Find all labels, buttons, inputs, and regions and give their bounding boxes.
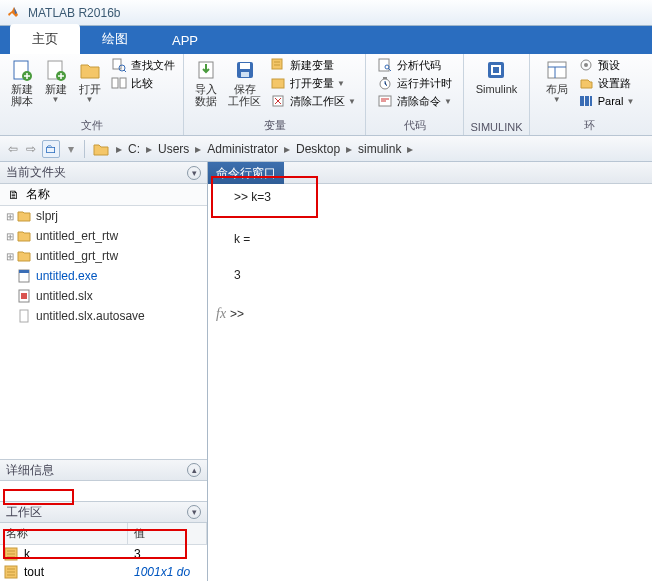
gear-icon (578, 57, 594, 73)
save-icon (233, 58, 257, 82)
forward-button[interactable]: ⇨ (22, 140, 40, 158)
folder-icon (16, 228, 32, 244)
ws-name-header[interactable]: 名称 (0, 523, 128, 544)
fx-icon[interactable]: fx (216, 306, 226, 321)
chevron-down-icon: ▼ (52, 95, 60, 104)
run-time-button[interactable]: 运行并计时 (373, 74, 456, 92)
new-script-icon (10, 58, 34, 82)
command-window-header: 命令行窗口 (208, 162, 284, 184)
file-row[interactable]: ⊞slprj (0, 206, 207, 226)
exe-icon (16, 268, 32, 284)
command-window-panel: 命令行窗口 >> k=3 k = 3 fx>> (208, 162, 652, 581)
svg-rect-4 (113, 59, 121, 69)
panel-collapse-button[interactable]: ▴ (187, 463, 201, 477)
breadcrumb: ▸ C:▸ Users▸ Administrator▸ Desktop▸ sim… (113, 142, 416, 156)
new-button[interactable]: 新建 ▼ (39, 56, 73, 106)
cmd-input-line: >> k=3 (216, 188, 644, 206)
crumb-admin[interactable]: Administrator (204, 142, 281, 156)
chevron-down-icon: ▼ (86, 95, 94, 104)
svg-rect-30 (19, 270, 29, 273)
parallel-button[interactable]: Paral▼ (574, 92, 639, 110)
new-icon (44, 58, 68, 82)
svg-rect-26 (580, 96, 584, 106)
analyze-icon (377, 57, 393, 73)
left-sidebar: 当前文件夹 ▾ 🗎 名称 ⊞slprj ⊞untitled_ert_rtw ⊞u… (0, 162, 208, 581)
crumb-drive[interactable]: C: (125, 142, 143, 156)
clear-workspace-button[interactable]: 清除工作区▼ (266, 92, 360, 110)
setpath-button[interactable]: 设置路 (574, 74, 639, 92)
cmd-prompt: >> (230, 307, 244, 321)
layout-button[interactable]: 布局 ▼ (540, 56, 574, 106)
new-script-button[interactable]: 新建 脚本 (5, 56, 39, 109)
tab-plot[interactable]: 绘图 (80, 24, 150, 54)
command-window[interactable]: >> k=3 k = 3 fx>> (208, 184, 652, 581)
svg-point-25 (584, 63, 588, 67)
ws-value-header[interactable]: 值 (128, 523, 207, 544)
simulink-button[interactable]: Simulink (471, 56, 523, 97)
main-area: 当前文件夹 ▾ 🗎 名称 ⊞slprj ⊞untitled_ert_rtw ⊞u… (0, 162, 652, 581)
window-title: MATLAB R2016b (28, 6, 121, 20)
file-row[interactable]: untitled.exe (0, 266, 207, 286)
cmd-output: 3 (216, 266, 644, 284)
file-list-header: 🗎 名称 (0, 184, 207, 206)
open-button[interactable]: 打开 ▼ (73, 56, 107, 106)
clear-cmd-button[interactable]: 清除命令▼ (373, 92, 456, 110)
panel-menu-button[interactable]: ▾ (187, 166, 201, 180)
svg-rect-18 (383, 77, 387, 79)
chevron-down-icon: ▼ (348, 97, 356, 106)
details-header: 详细信息 ▴ (0, 459, 207, 481)
svg-rect-13 (272, 79, 284, 88)
details-body (0, 481, 207, 501)
prefs-button[interactable]: 预设 (574, 56, 639, 74)
svg-rect-32 (20, 310, 28, 322)
chevron-down-icon: ▼ (444, 97, 452, 106)
slx-icon (16, 288, 32, 304)
tab-app[interactable]: APP (150, 27, 220, 54)
runtime-icon (377, 75, 393, 91)
save-workspace-button[interactable]: 保存 工作区 (223, 56, 266, 109)
history-button[interactable]: ▾ (62, 140, 80, 158)
ribbon-group-file-label: 文件 (4, 117, 179, 135)
svg-rect-10 (240, 63, 250, 69)
folder-icon (16, 248, 32, 264)
ribbon: 新建 脚本 新建 ▼ 打开 ▼ 查找文件 比较 (0, 54, 652, 136)
analyze-code-button[interactable]: 分析代码 (373, 56, 456, 74)
folder-icon (93, 142, 109, 156)
new-var-icon (270, 57, 286, 73)
ribbon-group-code-label: 代码 (370, 117, 459, 135)
tab-home[interactable]: 主页 (10, 24, 80, 54)
name-column-header[interactable]: 名称 (26, 186, 50, 203)
layout-icon (545, 58, 569, 82)
import-data-button[interactable]: 导入 数据 (189, 56, 223, 109)
file-row[interactable]: ⊞untitled_ert_rtw (0, 226, 207, 246)
ws-row-tout[interactable]: tout 1001x1 do (0, 563, 207, 581)
chevron-down-icon: ▼ (337, 79, 345, 88)
new-var-button[interactable]: 新建变量 (266, 56, 360, 74)
crumb-users[interactable]: Users (155, 142, 192, 156)
file-row[interactable]: ⊞untitled_grt_rtw (0, 246, 207, 266)
crumb-simulink[interactable]: simulink (355, 142, 404, 156)
matlab-logo-icon (6, 5, 22, 21)
open-var-button[interactable]: 打开变量▼ (266, 74, 360, 92)
file-row[interactable]: untitled.slx.autosave (0, 306, 207, 326)
find-files-icon (111, 57, 127, 73)
find-files-button[interactable]: 查找文件 (107, 56, 179, 74)
titlebar: MATLAB R2016b (0, 0, 652, 26)
ws-row-k[interactable]: k 3 (0, 545, 207, 563)
svg-rect-27 (585, 96, 589, 106)
crumb-desktop[interactable]: Desktop (293, 142, 343, 156)
file-row[interactable]: untitled.slx (0, 286, 207, 306)
up-button[interactable]: 🗀 (42, 140, 60, 158)
back-button[interactable]: ⇦ (4, 140, 22, 158)
svg-rect-22 (493, 67, 499, 73)
svg-rect-23 (548, 62, 566, 78)
workspace-table: 名称 值 k 3 tout 1001x1 do (0, 523, 207, 581)
var-icon (4, 565, 18, 579)
panel-menu-button[interactable]: ▾ (187, 505, 201, 519)
path-toolbar: ⇦ ⇨ 🗀 ▾ ▸ C:▸ Users▸ Administrator▸ Desk… (0, 136, 652, 162)
autosave-icon (16, 308, 32, 324)
clear-ws-icon (270, 93, 286, 109)
ribbon-tabs: 主页 绘图 APP (0, 26, 652, 54)
compare-button[interactable]: 比较 (107, 74, 179, 92)
svg-rect-28 (590, 96, 592, 106)
